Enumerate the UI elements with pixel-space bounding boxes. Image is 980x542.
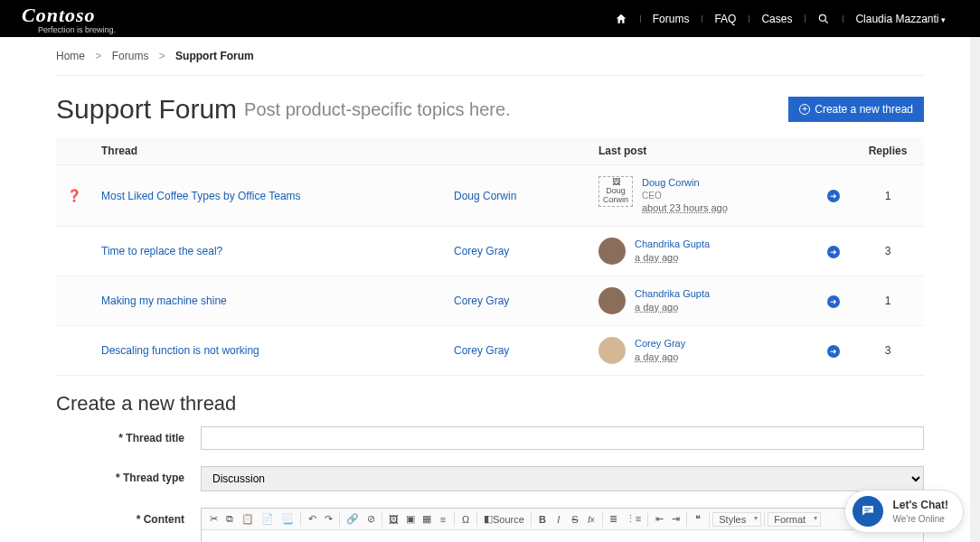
- breadcrumb: Home > Forums > Support Forum: [56, 37, 924, 75]
- jump-to-last-icon[interactable]: ➜: [827, 246, 840, 258]
- breadcrumb-sep: >: [95, 50, 101, 62]
- lastpost-time: a day ago: [635, 350, 685, 364]
- lastpost-role: CEO: [642, 190, 728, 202]
- redo-icon[interactable]: ↷: [320, 510, 336, 528]
- nav-home[interactable]: [602, 12, 640, 25]
- hr-icon[interactable]: ≡: [435, 511, 451, 528]
- outdent-icon[interactable]: ⇤: [651, 510, 667, 528]
- indent-icon[interactable]: ⇥: [667, 510, 683, 528]
- jump-to-last-icon[interactable]: ➜: [827, 190, 840, 202]
- lastpost-name[interactable]: Corey Gray: [635, 337, 685, 350]
- nav-forums[interactable]: Forums: [640, 13, 702, 25]
- nav-user-menu[interactable]: Claudia Mazzanti: [843, 13, 958, 25]
- table-row: Making my machine shineCorey GrayChandri…: [56, 276, 924, 326]
- styles-combo[interactable]: Styles: [712, 512, 761, 527]
- label-content: * Content: [56, 508, 201, 526]
- link-icon[interactable]: 🔗: [343, 510, 363, 528]
- thread-author-link[interactable]: Corey Gray: [454, 245, 509, 257]
- question-icon: ❓: [67, 189, 81, 202]
- col-replies: Replies: [852, 137, 924, 165]
- strike-icon[interactable]: S: [567, 511, 583, 528]
- svg-line-1: [825, 21, 828, 23]
- table-row: Descaling function is not workingCorey G…: [56, 326, 924, 376]
- format-combo[interactable]: Format: [768, 512, 821, 527]
- thread-author-link[interactable]: Corey Gray: [454, 344, 509, 357]
- removeformat-icon[interactable]: Ix: [583, 511, 599, 528]
- paste-icon[interactable]: 📋: [238, 510, 258, 528]
- bold-icon[interactable]: B: [534, 511, 551, 528]
- table-icon[interactable]: ▦: [419, 510, 435, 528]
- top-nav: Contoso Perfection is brewing. Forums FA…: [0, 0, 980, 37]
- chat-text: Let's Chat! We're Online: [892, 499, 948, 525]
- brand-logo: Contoso: [22, 4, 116, 27]
- table-row: ❓Most Liked Coffee Types by Office Teams…: [56, 165, 924, 227]
- create-thread-label: Create a new thread: [815, 103, 913, 116]
- paste-word-icon[interactable]: 📃: [278, 510, 297, 528]
- editor-toolbar: ✂ ⧉ 📋 📄 📃 ↶ ↷ 🔗 ⊘ 🖼 ▣ ▦ ≡: [202, 509, 923, 530]
- copy-icon[interactable]: ⧉: [221, 510, 238, 528]
- label-thread-title: * Thread title: [56, 426, 201, 444]
- page-title: Support Forum: [56, 94, 237, 125]
- brand-tagline: Perfection is brewing.: [38, 25, 116, 34]
- content-editor: ✂ ⧉ 📋 📄 📃 ↶ ↷ 🔗 ⊘ 🖼 ▣ ▦ ≡: [201, 508, 924, 542]
- numbered-list-icon[interactable]: ≣: [606, 510, 622, 528]
- thread-title-link[interactable]: Time to replace the seal?: [101, 245, 222, 257]
- thread-title-input[interactable]: [201, 426, 924, 450]
- lastpost-name[interactable]: Doug Corwin: [642, 176, 728, 190]
- replies-count: 1: [852, 276, 924, 326]
- blockquote-icon[interactable]: ❝: [690, 510, 706, 528]
- scrollbar-track[interactable]: [970, 37, 980, 542]
- cut-icon[interactable]: ✂: [205, 510, 221, 528]
- lastpost-name[interactable]: Chandrika Gupta: [635, 287, 710, 301]
- brand[interactable]: Contoso Perfection is brewing.: [22, 4, 116, 34]
- search-icon: [817, 13, 830, 25]
- lastpost-name[interactable]: Chandrika Gupta: [635, 238, 710, 251]
- jump-to-last-icon[interactable]: ➜: [827, 295, 840, 308]
- unlink-icon[interactable]: ⊘: [363, 510, 379, 528]
- breadcrumb-current: Support Forum: [175, 50, 254, 62]
- label-thread-type: * Thread type: [56, 466, 201, 484]
- create-thread-button[interactable]: + Create a new thread: [788, 97, 924, 122]
- jump-to-last-icon[interactable]: ➜: [827, 345, 840, 358]
- paste-text-icon[interactable]: 📄: [258, 510, 278, 528]
- table-row: Time to replace the seal?Corey GrayChand…: [56, 227, 924, 276]
- bullet-list-icon[interactable]: ⋮≡: [622, 510, 645, 528]
- svg-point-0: [820, 14, 826, 21]
- italic-icon[interactable]: I: [551, 511, 567, 528]
- thread-title-link[interactable]: Making my machine shine: [101, 294, 227, 307]
- replies-count: 3: [852, 227, 924, 276]
- avatar: 🖼Doug Corwin: [598, 176, 633, 207]
- undo-icon[interactable]: ↶: [304, 510, 320, 528]
- breadcrumb-forums[interactable]: Forums: [112, 50, 149, 62]
- chat-widget[interactable]: Let's Chat! We're Online: [844, 490, 964, 533]
- page-subtitle: Post product-specific topics here.: [244, 99, 511, 120]
- nav-cases[interactable]: Cases: [749, 13, 805, 25]
- threads-table: Thread Last post Replies ❓Most Liked Cof…: [56, 137, 924, 376]
- chat-status: We're Online: [892, 514, 944, 524]
- thread-type-select[interactable]: Discussion: [201, 466, 924, 491]
- avatar: [598, 238, 626, 265]
- replies-count: 1: [852, 165, 924, 227]
- breadcrumb-sep: >: [159, 50, 165, 62]
- lastpost-time: about 23 hours ago: [642, 201, 728, 215]
- chat-title: Let's Chat!: [892, 499, 948, 511]
- nav-search[interactable]: [805, 12, 843, 25]
- thread-author-link[interactable]: Doug Corwin: [454, 190, 516, 202]
- nav-faq[interactable]: FAQ: [702, 13, 749, 25]
- breadcrumb-home[interactable]: Home: [56, 50, 85, 62]
- col-thread: Thread: [92, 137, 445, 165]
- image-icon[interactable]: 🖼: [385, 511, 402, 528]
- avatar: [598, 287, 626, 314]
- thread-author-link[interactable]: Corey Gray: [454, 294, 509, 307]
- editor-body[interactable]: [202, 530, 923, 542]
- form-heading: Create a new thread: [56, 392, 924, 416]
- specialchar-icon[interactable]: Ω: [457, 511, 474, 528]
- source-button[interactable]: ◧ Source: [480, 510, 528, 528]
- thread-title-link[interactable]: Most Liked Coffee Types by Office Teams: [101, 190, 301, 202]
- page-header: Support Forum Post product-specific topi…: [56, 76, 924, 137]
- media-icon[interactable]: ▣: [402, 510, 419, 528]
- lastpost-time: a day ago: [635, 251, 710, 265]
- col-lastpost: Last post: [589, 137, 815, 165]
- home-icon: [615, 13, 627, 25]
- thread-title-link[interactable]: Descaling function is not working: [101, 344, 259, 357]
